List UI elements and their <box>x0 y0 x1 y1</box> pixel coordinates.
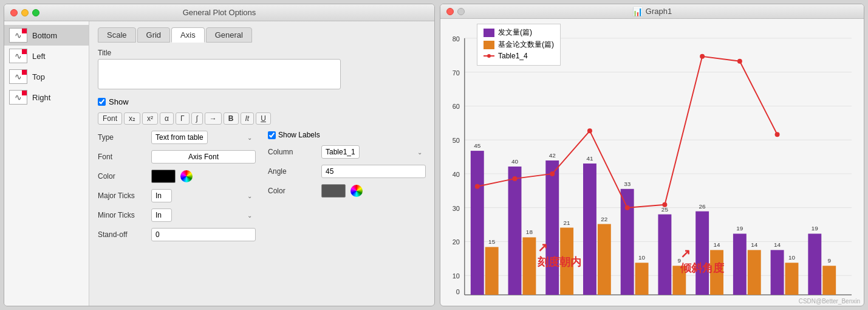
major-ticks-row: Major Ticks In Out <box>98 189 256 202</box>
max-button[interactable] <box>32 9 39 16</box>
right-min-button[interactable] <box>457 8 465 15</box>
svg-rect-31 <box>583 164 596 295</box>
sidebar-item-right[interactable]: ∿ Right <box>4 87 89 108</box>
subscript-button[interactable]: x₂ <box>124 112 140 125</box>
svg-text:19: 19 <box>812 226 819 232</box>
tab-general[interactable]: General <box>206 27 252 43</box>
gamma-button[interactable]: Γ <box>176 112 190 125</box>
color-swatch2[interactable] <box>321 184 346 198</box>
annotation-text1: ↗ 刻度朝内 <box>538 240 581 269</box>
svg-rect-20 <box>485 247 499 295</box>
tabs: Scale Grid Axis General <box>98 27 426 43</box>
svg-rect-48 <box>748 250 761 295</box>
minor-ticks-wrapper: In Out <box>151 208 256 222</box>
sidebar-item-bottom[interactable]: ∿ Bottom <box>4 25 89 46</box>
legend-label-line: Table1_4 <box>498 52 528 60</box>
red-corner2 <box>22 49 27 54</box>
svg-rect-51 <box>771 250 784 295</box>
svg-rect-24 <box>522 237 536 295</box>
standoff-input[interactable]: 0 <box>151 228 256 241</box>
right-panel: 📊 Graph1 发文量(篇) 基金论文数量(篇) Table1_4 <box>440 4 864 306</box>
show-labels-label: Show Labels <box>278 131 320 139</box>
type-select-wrapper: Text from table <box>151 131 256 144</box>
format-toolbar: Font x₂ x² α Γ ∫ → B It U <box>98 112 426 125</box>
panel-body: ∿ Bottom ∿ Left ∿ Top <box>4 21 434 306</box>
svg-rect-23 <box>508 167 522 295</box>
chart-container: 发文量(篇) 基金论文数量(篇) Table1_4 80 70 60 50 40… <box>440 19 864 306</box>
graph-title: Graph1 <box>646 7 672 16</box>
svg-text:19: 19 <box>736 226 743 232</box>
svg-text:14: 14 <box>751 241 758 248</box>
right-titlebar: 📊 Graph1 <box>440 4 864 19</box>
top-axis-icon: ∿ <box>9 69 27 84</box>
min-button[interactable] <box>21 9 29 16</box>
arrow-button[interactable]: → <box>205 112 222 125</box>
right-close-button[interactable] <box>446 8 454 15</box>
color-wheel-icon[interactable] <box>180 170 193 182</box>
svg-point-63 <box>625 205 630 210</box>
legend-label-orange: 基金论文数量(篇) <box>498 40 554 50</box>
minor-ticks-select[interactable]: In Out <box>151 208 172 222</box>
annotation-label2: 倾斜角度 <box>680 262 724 274</box>
color-swatch[interactable] <box>151 170 176 183</box>
svg-text:42: 42 <box>549 152 556 159</box>
svg-rect-27 <box>545 160 559 295</box>
column-select[interactable]: Table1_1 <box>321 145 360 159</box>
legend-label-purple: 发文量(篇) <box>498 27 532 38</box>
bold-button[interactable]: B <box>224 112 239 125</box>
title-input[interactable] <box>98 59 341 89</box>
svg-point-67 <box>775 132 780 137</box>
show-checkbox[interactable] <box>98 98 106 106</box>
svg-text:26: 26 <box>699 203 706 210</box>
svg-point-65 <box>700 54 705 59</box>
svg-rect-19 <box>471 151 484 295</box>
legend-color-purple <box>484 29 494 37</box>
show-labels-checkbox[interactable] <box>268 131 276 139</box>
font-button[interactable]: Font <box>98 112 122 125</box>
color-wheel-icon2[interactable] <box>350 185 363 197</box>
sidebar-label-left: Left <box>32 52 46 61</box>
svg-text:18: 18 <box>526 229 533 235</box>
sidebar-label-top: Top <box>32 72 45 81</box>
font-row: Font Axis Font <box>98 150 256 164</box>
tab-axis[interactable]: Axis <box>171 27 205 43</box>
sidebar-label-bottom: Bottom <box>32 31 57 40</box>
svg-text:70: 70 <box>453 69 460 77</box>
red-corner3 <box>22 70 27 75</box>
arrow1-icon: ↗ <box>538 240 581 255</box>
svg-text:0: 0 <box>456 288 460 295</box>
sidebar-item-left[interactable]: ∿ Left <box>4 46 89 66</box>
major-ticks-select[interactable]: In Out <box>151 189 172 202</box>
svg-text:41: 41 <box>586 155 593 162</box>
form-left: Type Text from table Font Axis Font Colo… <box>98 131 256 241</box>
left-axis-icon: ∿ <box>9 49 27 63</box>
svg-text:9: 9 <box>827 257 831 264</box>
major-ticks-wrapper: In Out <box>151 189 256 202</box>
italic-button[interactable]: It <box>241 112 255 125</box>
legend-item-line: Table1_4 <box>484 52 554 60</box>
legend-item-orange: 基金论文数量(篇) <box>484 40 554 50</box>
sidebar-item-top[interactable]: ∿ Top <box>4 66 89 87</box>
svg-point-59 <box>475 184 480 189</box>
superscript-button[interactable]: x² <box>142 112 158 125</box>
svg-rect-36 <box>635 263 649 295</box>
title-label: Title <box>98 49 426 57</box>
svg-text:10: 10 <box>638 254 646 261</box>
tab-scale[interactable]: Scale <box>98 27 136 43</box>
graph-icon: 📊 <box>632 7 643 16</box>
color-row2: Color <box>268 184 426 198</box>
legend-item-purple: 发文量(篇) <box>484 27 554 38</box>
tab-grid[interactable]: Grid <box>137 27 171 43</box>
annotation-text2: ↗ 倾斜角度 <box>680 246 724 275</box>
red-corner4 <box>22 91 27 95</box>
minor-ticks-row: Minor Ticks In Out <box>98 208 256 222</box>
angle-input[interactable]: 45 <box>321 165 426 178</box>
column-row: Column Table1_1 <box>268 145 426 159</box>
column-select-wrapper: Table1_1 <box>321 145 426 159</box>
close-button[interactable] <box>10 9 18 16</box>
underline-button[interactable]: U <box>256 112 271 125</box>
integral-button[interactable]: ∫ <box>191 112 203 125</box>
annotation-label1: 刻度朝内 <box>538 256 581 268</box>
alpha-button[interactable]: α <box>160 112 174 125</box>
type-select[interactable]: Text from table <box>151 131 208 144</box>
